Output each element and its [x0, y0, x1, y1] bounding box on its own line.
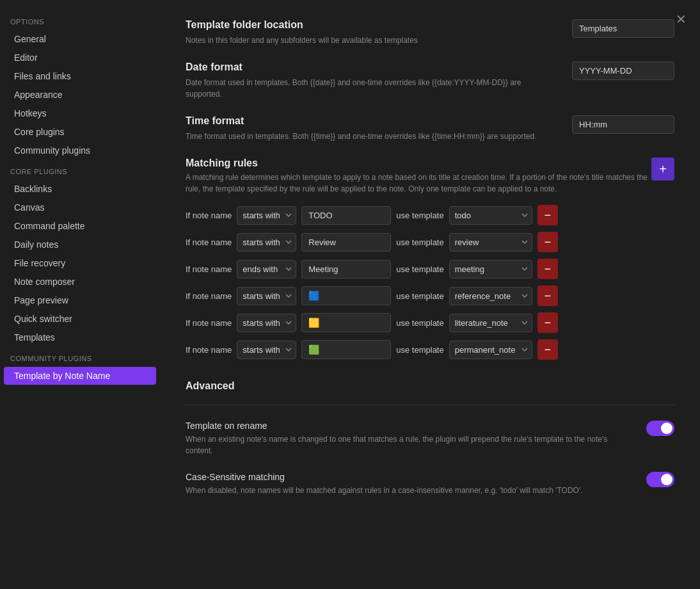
date-format-input[interactable] — [572, 61, 674, 80]
toggle-track-case — [646, 472, 674, 487]
sidebar-item-files-and-links[interactable]: Files and links — [4, 67, 156, 85]
rule-row-0: If note name starts with ends with conta… — [186, 205, 674, 225]
rule-condition-label-5: If note name — [186, 345, 232, 355]
toggle-thumb-case — [661, 474, 672, 485]
rule-value-input-0[interactable] — [301, 206, 391, 225]
advanced-divider — [186, 405, 674, 405]
toggle-thumb-rename — [661, 423, 672, 434]
sidebar-item-quick-switcher[interactable]: Quick switcher — [4, 310, 156, 328]
rule-value-input-2[interactable] — [301, 260, 391, 278]
rule-template-label-5: use template — [396, 345, 443, 355]
sidebar-item-templates[interactable]: Templates — [4, 328, 156, 346]
sidebar: Options General Editor Files and links A… — [0, 0, 160, 589]
rule-row-4: If note name starts with ends with conta… — [186, 312, 674, 333]
template-on-rename-desc: When an existing note's name is changed … — [186, 433, 633, 456]
sidebar-item-note-composer[interactable]: Note composer — [4, 273, 156, 291]
date-format-section: Date format Date format used in template… — [186, 61, 674, 100]
rule-template-select-1[interactable]: review — [449, 233, 532, 252]
core-plugins-section-label: Core plugins — [0, 160, 160, 179]
sidebar-item-appearance[interactable]: Appearance — [4, 86, 156, 104]
advanced-section: Advanced Template on rename When an exis… — [186, 380, 674, 496]
rule-template-select-4[interactable]: literature_note — [449, 314, 532, 332]
case-sensitive-title: Case-Sensitive matching — [186, 472, 633, 482]
sidebar-item-daily-notes[interactable]: Daily notes — [4, 236, 156, 254]
matching-rules-text: Matching rules A matching rule determine… — [186, 157, 651, 195]
rule-template-label-0: use template — [396, 211, 443, 220]
case-sensitive-toggle[interactable] — [646, 472, 674, 487]
rule-value-input-1[interactable] — [301, 233, 391, 252]
rule-template-label-2: use template — [396, 264, 443, 274]
rule-value-input-5[interactable] — [301, 340, 391, 359]
rule-remove-button-0[interactable]: − — [537, 205, 558, 225]
template-folder-title: Template folder location — [186, 19, 559, 31]
rule-condition-label-1: If note name — [186, 238, 232, 247]
toggle-track-rename — [646, 421, 674, 436]
rule-condition-select-2[interactable]: starts with ends with contains equals — [237, 260, 296, 278]
main-content: ✕ Template folder location Notes in this… — [160, 0, 700, 589]
rule-value-input-4[interactable] — [301, 313, 391, 332]
time-format-title: Time format — [186, 115, 559, 127]
case-sensitive-text: Case-Sensitive matching When disabled, n… — [186, 472, 633, 496]
rule-condition-label-4: If note name — [186, 318, 232, 328]
rule-row-3: If note name starts with ends with conta… — [186, 286, 674, 306]
template-folder-section: Template folder location Notes in this f… — [186, 19, 674, 46]
sidebar-item-general[interactable]: General — [4, 30, 156, 48]
rule-remove-button-2[interactable]: − — [537, 259, 558, 279]
rule-template-label-4: use template — [396, 318, 443, 328]
matching-rules-header: Matching rules A matching rule determine… — [186, 157, 674, 195]
rule-template-select-3[interactable]: reference_note — [449, 287, 532, 305]
rule-template-label-1: use template — [396, 238, 443, 247]
sidebar-item-hotkeys[interactable]: Hotkeys — [4, 104, 156, 122]
template-folder-input[interactable] — [572, 19, 674, 38]
date-format-title: Date format — [186, 61, 559, 73]
rule-remove-button-4[interactable]: − — [537, 312, 558, 333]
template-on-rename-title: Template on rename — [186, 421, 633, 431]
template-on-rename-row: Template on rename When an existing note… — [186, 421, 674, 456]
template-folder-desc: Notes in this folder and any subfolders … — [186, 35, 559, 46]
template-folder-text: Template folder location Notes in this f… — [186, 19, 559, 46]
rule-condition-select-3[interactable]: starts with ends with contains equals — [237, 287, 296, 305]
sidebar-item-core-plugins[interactable]: Core plugins — [4, 123, 156, 141]
options-section-label: Options — [0, 10, 160, 29]
date-format-text: Date format Date format used in template… — [186, 61, 559, 100]
rule-value-input-3[interactable] — [301, 286, 391, 305]
sidebar-item-file-recovery[interactable]: File recovery — [4, 254, 156, 272]
rule-row-1: If note name starts with ends with conta… — [186, 232, 674, 252]
matching-rules-title: Matching rules — [186, 157, 651, 169]
rule-remove-button-5[interactable]: − — [537, 339, 558, 360]
rule-row-5: If note name starts with ends with conta… — [186, 339, 674, 360]
rule-template-select-5[interactable]: permanent_note — [449, 341, 532, 359]
rule-template-select-0[interactable]: todo — [449, 206, 532, 225]
close-button[interactable]: ✕ — [672, 10, 690, 28]
rule-condition-select-1[interactable]: starts with ends with contains equals — [237, 233, 296, 252]
date-format-desc: Date format used in templates. Both {{da… — [186, 77, 559, 100]
advanced-title: Advanced — [186, 380, 674, 392]
sidebar-item-editor[interactable]: Editor — [4, 49, 156, 67]
rule-remove-button-3[interactable]: − — [537, 286, 558, 306]
rule-condition-label-0: If note name — [186, 211, 232, 220]
case-sensitive-desc: When disabled, note names will be matche… — [186, 485, 633, 496]
sidebar-item-canvas[interactable]: Canvas — [4, 198, 156, 216]
time-format-desc: Time format used in templates. Both {{ti… — [186, 131, 559, 142]
rule-template-select-2[interactable]: meeting — [449, 260, 532, 278]
community-plugins-section-label: Community plugins — [0, 347, 160, 366]
add-rule-button[interactable]: + — [651, 157, 674, 181]
rule-remove-button-1[interactable]: − — [537, 232, 558, 252]
rule-condition-select-5[interactable]: starts with ends with contains equals — [237, 341, 296, 359]
case-sensitive-row: Case-Sensitive matching When disabled, n… — [186, 472, 674, 496]
rule-condition-select-0[interactable]: starts with ends with contains equals — [237, 206, 296, 225]
sidebar-item-community-plugins[interactable]: Community plugins — [4, 141, 156, 159]
sidebar-item-command-palette[interactable]: Command palette — [4, 217, 156, 235]
time-format-section: Time format Time format used in template… — [186, 115, 674, 142]
rule-condition-label-3: If note name — [186, 291, 232, 301]
template-on-rename-text: Template on rename When an existing note… — [186, 421, 633, 456]
time-format-input[interactable] — [572, 115, 674, 134]
rule-condition-select-4[interactable]: starts with ends with contains equals — [237, 314, 296, 332]
sidebar-item-template-by-note-name[interactable]: Template by Note Name — [4, 367, 156, 385]
sidebar-item-backlinks[interactable]: Backlinks — [4, 180, 156, 198]
matching-rules-section: Matching rules A matching rule determine… — [186, 157, 674, 360]
matching-rules-desc: A matching rule determines which templat… — [186, 172, 651, 195]
sidebar-item-page-preview[interactable]: Page preview — [4, 291, 156, 309]
template-on-rename-toggle[interactable] — [646, 421, 674, 436]
rule-condition-label-2: If note name — [186, 264, 232, 274]
